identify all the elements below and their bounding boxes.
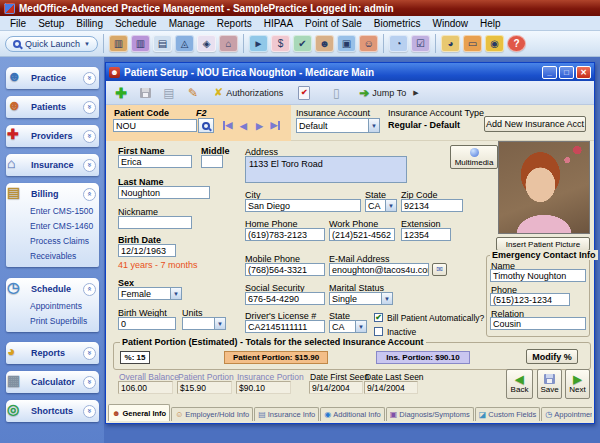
social-security-input[interactable]: 676-54-4290 (245, 292, 325, 305)
multimedia-button[interactable]: Multimedia (450, 145, 498, 169)
save-button[interactable] (134, 83, 156, 103)
first-name-input[interactable]: Erica (118, 155, 192, 168)
transfer-icon[interactable]: ► (249, 35, 268, 52)
chevron-expand-icon[interactable]: » (83, 159, 96, 172)
sex-select[interactable]: Female▼ (118, 287, 182, 300)
menu-biometrics[interactable]: Biometrics (368, 17, 427, 30)
tab-diagnosis-symptoms[interactable]: ▣Diagnosis/Symptoms (386, 407, 474, 421)
personnel-icon[interactable]: ☻ (315, 35, 334, 52)
modify-percent-button[interactable]: Modify % (526, 349, 578, 364)
chevron-expand-icon[interactable]: » (83, 376, 96, 389)
add-patient-button[interactable]: ✚ (110, 83, 132, 103)
window-titlebar[interactable]: ☻ Patient Setup - NOU Erica Noughton - M… (106, 63, 594, 81)
menu-reports[interactable]: Reports (211, 17, 258, 30)
sidebar-section-practice[interactable]: ☻ Practice » (6, 67, 99, 89)
report-time-icon[interactable]: ◔ (389, 35, 408, 52)
inactive-checkbox[interactable] (374, 327, 383, 336)
tab-employer-hold-info[interactable]: ☺Employer/Hold Info (171, 407, 253, 421)
claims-icon[interactable]: ✔ (293, 35, 312, 52)
lock-icon[interactable]: ◉ (485, 35, 504, 52)
units-select[interactable]: ▼ (182, 317, 226, 330)
dl-state-select[interactable]: CA▼ (329, 320, 367, 333)
verify-button[interactable]: ✔ (293, 83, 315, 103)
emergency-name-input[interactable]: Timothy Noughton (490, 269, 586, 282)
chevron-expand-icon[interactable]: » (83, 405, 96, 418)
sidebar-section-patients[interactable]: ☻ Patients » (6, 96, 99, 118)
delete-button[interactable]: ▯ (325, 83, 347, 103)
print-button[interactable]: ▤ (158, 83, 180, 103)
back-button[interactable]: ◀ Back (506, 369, 533, 399)
email-input[interactable]: enoughton@tacos4u.com (329, 263, 429, 276)
menu-billing[interactable]: Billing (70, 17, 109, 30)
tab-appointments[interactable]: ◷Appointments (541, 407, 592, 421)
city-input[interactable]: San Diego (245, 199, 361, 212)
tab-custom-fields[interactable]: ◪Custom Fields (475, 407, 541, 421)
tab-insurance-info[interactable]: ▤Insurance Info (254, 407, 319, 421)
marital-status-select[interactable]: Single▼ (329, 292, 393, 305)
chevron-expand-icon[interactable]: » (83, 72, 96, 85)
sidebar-section-insurance[interactable]: ⌂ Insurance » (6, 154, 99, 176)
sidebar-item-appointments[interactable]: Appointments (30, 301, 97, 311)
cpt-folder-icon[interactable]: ▥ (109, 35, 128, 52)
sidebar-item-process-claims[interactable]: Process Claims (30, 236, 97, 246)
nav-next-button[interactable]: ▶ (252, 119, 267, 132)
charges-icon[interactable]: $ (271, 35, 290, 52)
zip-code-input[interactable]: 92134 (401, 199, 463, 212)
chevron-expand-icon[interactable]: » (83, 101, 96, 114)
patient-search-button[interactable] (198, 118, 214, 133)
sidebar-item-print-superbills[interactable]: Print Superbills (30, 316, 97, 326)
sidebar-item-enter-cms-1460[interactable]: Enter CMS-1460 (30, 221, 97, 231)
bill-automatically-checkbox[interactable]: ✔ (374, 313, 383, 322)
chart-icon[interactable]: ◕ (441, 35, 460, 52)
tab-general-info[interactable]: ☻General Info (108, 404, 170, 421)
terminal-icon[interactable]: ▣ (337, 35, 356, 52)
patient-code-input[interactable]: NOU (113, 119, 197, 132)
menu-point-of-sale[interactable]: Point of Sale (299, 17, 368, 30)
nav-last-button[interactable]: ▶ (268, 119, 283, 132)
help-icon[interactable]: ? (507, 35, 526, 52)
insurance-account-select[interactable]: Default▼ (296, 118, 380, 133)
tasks-icon[interactable]: ☑ (411, 35, 430, 52)
edit-button[interactable]: ✎ (182, 83, 204, 103)
sidebar-section-providers[interactable]: ✚ Providers » (6, 125, 99, 147)
menu-help[interactable]: Help (474, 17, 507, 30)
minimize-button[interactable]: _ (542, 66, 557, 79)
tab-additional-info[interactable]: ◉Additional Info (320, 407, 385, 421)
monitor-icon[interactable]: ▭ (463, 35, 482, 52)
menu-window[interactable]: Window (427, 17, 475, 30)
sidebar-section-calculator[interactable]: ▦ Calculator » (6, 371, 99, 393)
state-select[interactable]: CA▼ (365, 199, 397, 212)
address-input[interactable]: 1133 El Toro Road (245, 156, 407, 183)
chevron-expand-icon[interactable]: » (83, 130, 96, 143)
patient-icon[interactable]: ☺ (359, 35, 378, 52)
add-new-insurance-button[interactable]: Add New Insurance Acct (484, 116, 586, 132)
sidebar-section-billing[interactable]: ▤ Billing « Enter CMS-1500 Enter CMS-146… (6, 183, 99, 267)
icd-folder-icon[interactable]: ▥ (131, 35, 150, 52)
birth-weight-input[interactable]: 0 (118, 317, 176, 330)
menu-schedule[interactable]: Schedule (109, 17, 163, 30)
emergency-phone-input[interactable]: (515)123-1234 (490, 293, 570, 306)
chevron-collapse-icon[interactable]: « (83, 188, 96, 201)
jump-to-button[interactable]: ➔ Jump To ▶ (357, 83, 420, 103)
sidebar-section-schedule[interactable]: ◷ Schedule « Appointments Print Superbil… (6, 278, 99, 332)
menu-file[interactable]: File (4, 17, 32, 30)
nav-previous-button[interactable]: ◀ (236, 119, 251, 132)
menu-hipaa[interactable]: HIPAA (258, 17, 299, 30)
middle-name-input[interactable] (201, 155, 223, 168)
nickname-input[interactable] (118, 216, 192, 229)
save-record-button[interactable]: Save (537, 369, 562, 399)
sidebar-section-reports[interactable]: ◕ Reports » (6, 342, 99, 364)
mobile-phone-input[interactable]: (768)564-3321 (245, 263, 325, 276)
menu-manage[interactable]: Manage (163, 17, 211, 30)
sidebar-item-receivables[interactable]: Receivables (30, 251, 97, 261)
chevron-expand-icon[interactable]: » (83, 347, 96, 360)
insert-patient-picture-button[interactable]: Insert Patient Picture (496, 237, 590, 251)
send-email-button[interactable]: ✉ (432, 263, 447, 276)
lab-icon[interactable]: ◬ (175, 35, 194, 52)
authorizations-button[interactable]: ✘ Authorizations (212, 83, 285, 103)
quick-launch-button[interactable]: Quick Launch ▼ (5, 36, 98, 52)
emergency-relation-input[interactable]: Cousin (490, 317, 586, 330)
next-button[interactable]: ▶ Next (565, 369, 590, 399)
sidebar-item-enter-cms-1500[interactable]: Enter CMS-1500 (30, 206, 97, 216)
close-button[interactable]: ✕ (576, 66, 591, 79)
